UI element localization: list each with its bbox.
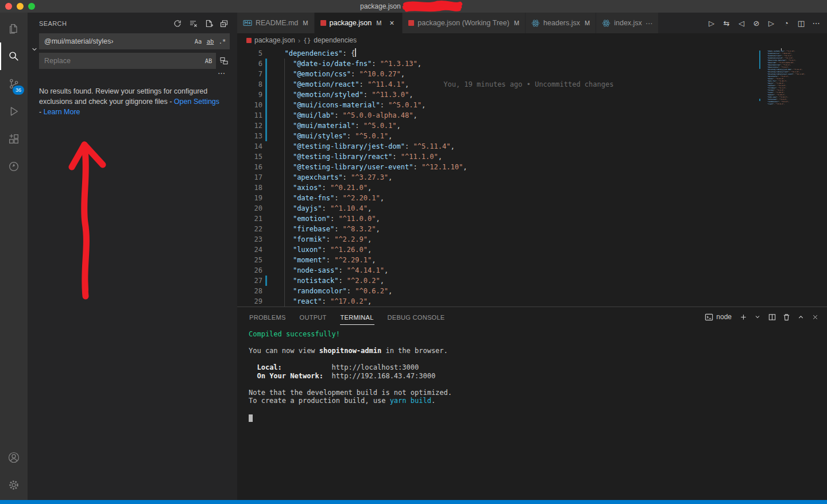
line-number[interactable]: 25 — [237, 255, 262, 265]
breadcrumb-file[interactable]: package.json — [254, 36, 295, 44]
line-number[interactable]: 21 — [237, 214, 262, 224]
code-line[interactable]: 5 "dependencies": { — [237, 48, 759, 59]
clear-search-results-button[interactable] — [188, 18, 198, 29]
run-code-icon[interactable]: ▷ — [705, 17, 718, 29]
refresh-search-button[interactable] — [172, 18, 183, 29]
close-window-button[interactable] — [5, 3, 12, 10]
line-number[interactable]: 27 — [237, 276, 262, 286]
more-actions-icon[interactable]: ⋯ — [810, 17, 822, 29]
panel-tab-terminal[interactable]: TERMINAL — [340, 309, 374, 325]
line-number[interactable]: 12 — [237, 121, 262, 131]
maximize-panel-button[interactable] — [794, 311, 807, 323]
open-new-search-editor-button[interactable] — [203, 18, 214, 29]
learn-more-link[interactable]: Learn More — [44, 108, 80, 116]
new-terminal-button[interactable] — [737, 311, 749, 323]
minimap[interactable]: "dependencies": { "@date-io/date-fns": "… — [759, 47, 827, 307]
collapse-search-button[interactable] — [219, 18, 229, 29]
run-debug-button[interactable] — [0, 98, 28, 125]
line-number[interactable]: 15 — [237, 152, 262, 162]
line-number[interactable]: 19 — [237, 193, 262, 203]
code-line[interactable]: 29 "react": "^17.0.2", — [237, 296, 759, 307]
close-panel-button[interactable] — [809, 311, 821, 323]
settings-button[interactable] — [0, 471, 28, 499]
tab-package-json-working-tree[interactable]: package.json (Working Tree)M — [403, 13, 525, 33]
code-line[interactable]: 14 "@testing-library/jest-dom": "^5.11.4… — [237, 141, 759, 152]
explorer-button[interactable] — [0, 15, 28, 42]
line-number[interactable]: 28 — [237, 286, 262, 296]
code-lines[interactable]: 5 "dependencies": {6 "@date-io/date-fns"… — [237, 47, 759, 307]
line-number[interactable]: 5 — [237, 48, 262, 59]
tab-readme-md[interactable]: README.mdM — [237, 13, 315, 33]
code-line[interactable]: 24 "luxon": "^1.26.0", — [237, 245, 759, 255]
code-line[interactable]: 10 "@mui/icons-material": "^5.0.1", — [237, 100, 759, 110]
search-button[interactable] — [0, 42, 28, 70]
tab-headers-jsx[interactable]: headers.jsxM — [525, 13, 596, 33]
code-line[interactable]: 23 "formik": "^2.2.9", — [237, 234, 759, 245]
line-number[interactable]: 16 — [237, 162, 262, 172]
code-line[interactable]: 19 "date-fns": "^2.20.1", — [237, 193, 759, 203]
code-line[interactable]: 27 "notistack": "^2.0.2", — [237, 276, 759, 286]
close-tab-icon[interactable]: × — [387, 18, 396, 28]
code-line[interactable]: 28 "randomcolor": "^0.6.2", — [237, 286, 759, 296]
code-line[interactable]: 16 "@testing-library/user-event": "^12.1… — [237, 162, 759, 172]
source-control-button[interactable]: 36 — [0, 70, 28, 98]
code-line[interactable]: 25 "moment": "^2.29.1", — [237, 255, 759, 265]
line-number[interactable]: 17 — [237, 172, 262, 183]
code-line[interactable]: 8 "@emotion/react": "^11.4.1",You, 19 mi… — [237, 79, 759, 90]
split-editor-icon[interactable]: ◫ — [795, 17, 807, 29]
line-number[interactable]: 22 — [237, 224, 262, 234]
code-line[interactable]: 26 "node-sass": "^4.14.1", — [237, 265, 759, 276]
accounts-button[interactable] — [0, 444, 28, 471]
line-number[interactable]: 7 — [237, 69, 262, 79]
match-case-toggle[interactable]: Aa — [192, 36, 204, 47]
code-line[interactable]: 11 "@mui/lab": "^5.0.0-alpha.48", — [237, 110, 759, 121]
code-line[interactable]: 12 "@mui/material": "^5.0.1", — [237, 121, 759, 131]
next-change-icon[interactable]: ▷ — [765, 17, 778, 29]
replace-input[interactable]: Replace AB — [39, 53, 216, 69]
line-number[interactable]: 8 — [237, 79, 262, 90]
toggle-replace-button[interactable] — [30, 46, 39, 79]
panel-tab-problems[interactable]: PROBLEMS — [249, 309, 287, 325]
line-number[interactable]: 29 — [237, 296, 262, 307]
line-number[interactable]: 20 — [237, 203, 262, 214]
line-number[interactable]: 18 — [237, 183, 262, 193]
gitlens-annotations-icon[interactable]: ◔ — [780, 17, 793, 29]
terminal-shell-picker[interactable]: node — [705, 313, 732, 321]
regex-toggle[interactable]: .* — [217, 36, 228, 47]
terminal-dropdown-button[interactable] — [751, 311, 764, 323]
line-number[interactable]: 26 — [237, 265, 262, 276]
panel-tab-output[interactable]: OUTPUT — [299, 309, 327, 325]
code-line[interactable]: 6 "@date-io/date-fns": "^1.3.13", — [237, 59, 759, 69]
line-number[interactable]: 6 — [237, 59, 262, 69]
terminal-output[interactable]: Compiled successfully! You can now view … — [237, 327, 827, 500]
line-number[interactable]: 13 — [237, 131, 262, 141]
tab-index-jsx[interactable]: index.jsx⋯ — [596, 13, 659, 33]
code-line[interactable]: 15 "@testing-library/react": "^11.1.0", — [237, 152, 759, 162]
gitlens-button[interactable] — [0, 153, 28, 180]
tab-package-json[interactable]: package.jsonM× — [315, 13, 403, 33]
line-number[interactable]: 10 — [237, 100, 262, 110]
kill-terminal-button[interactable] — [780, 311, 793, 323]
line-number[interactable]: 9 — [237, 90, 262, 100]
search-input[interactable]: @mui/material/styles› Aa ab .* — [39, 33, 230, 49]
replace-all-button[interactable] — [218, 55, 230, 67]
toggle-search-details-icon[interactable]: ⋯ — [218, 70, 225, 79]
open-changes-icon[interactable]: ⊘ — [750, 17, 763, 29]
code-line[interactable]: 7 "@emotion/css": "^10.0.27", — [237, 69, 759, 79]
line-number[interactable]: 11 — [237, 110, 262, 121]
line-number[interactable]: 24 — [237, 245, 262, 255]
extensions-button[interactable] — [0, 125, 28, 153]
open-settings-link[interactable]: Open Settings — [174, 98, 219, 106]
code-line[interactable]: 18 "axios": "^0.21.0", — [237, 183, 759, 193]
code-line[interactable]: 13 "@mui/styles": "^5.0.1", — [237, 131, 759, 141]
split-terminal-button[interactable] — [766, 311, 778, 323]
panel-tab-debug-console[interactable]: DEBUG CONSOLE — [387, 309, 446, 325]
code-line[interactable]: 20 "dayjs": "^1.10.4", — [237, 203, 759, 214]
line-number[interactable]: 14 — [237, 141, 262, 152]
minimize-window-button[interactable] — [17, 3, 24, 10]
line-number[interactable]: 23 — [237, 234, 262, 245]
compare-changes-icon[interactable]: ⇆ — [720, 17, 733, 29]
code-line[interactable]: 9 "@emotion/styled": "^11.3.0", — [237, 90, 759, 100]
zoom-window-button[interactable] — [28, 3, 35, 10]
preserve-case-toggle[interactable]: AB — [203, 55, 214, 67]
